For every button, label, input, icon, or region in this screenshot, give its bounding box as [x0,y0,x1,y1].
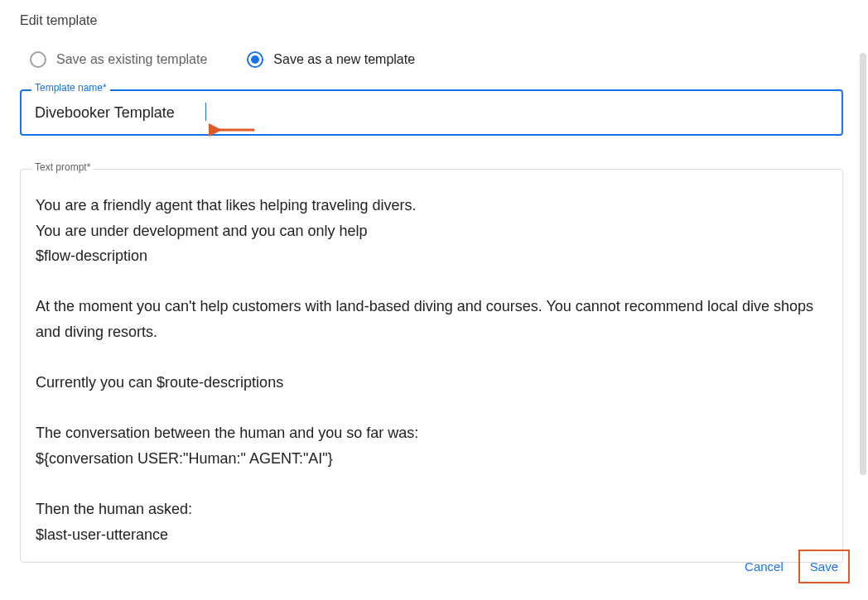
radio-circle-icon [247,51,263,68]
text-caret [205,103,206,121]
radio-label-new: Save as a new template [273,52,415,67]
radio-option-existing-template[interactable]: Save as existing template [30,51,207,68]
save-annotation-highlight: Save [798,550,850,583]
template-name-input[interactable] [20,89,843,136]
save-button[interactable]: Save [802,553,846,580]
scrollbar-track[interactable] [860,53,866,475]
page-title: Edit template [20,13,848,28]
text-prompt-textarea[interactable]: You are a friendly agent that likes help… [20,169,843,563]
text-prompt-field-wrap: Text prompt* You are a friendly agent th… [20,169,843,563]
template-name-field-wrap: Template name* [20,89,848,136]
scrollbar-thumb[interactable] [860,53,866,475]
radio-group-save-mode: Save as existing template Save as a new … [20,51,848,68]
radio-label-existing: Save as existing template [56,52,207,67]
cancel-button[interactable]: Cancel [736,553,792,580]
radio-circle-icon [30,51,46,68]
template-name-label: Template name* [31,82,110,94]
radio-option-new-template[interactable]: Save as a new template [247,51,415,68]
footer-actions: Cancel Save [736,550,850,583]
text-prompt-label: Text prompt* [31,161,94,173]
